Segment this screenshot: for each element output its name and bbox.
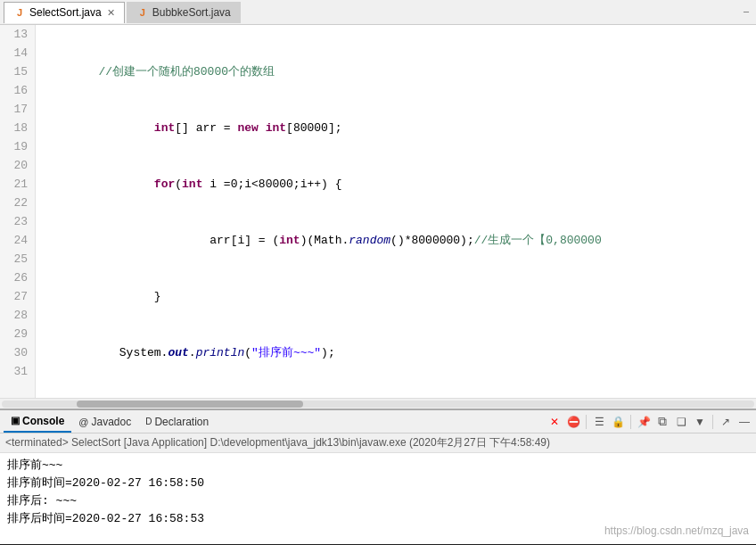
minimize-button[interactable]: —	[740, 5, 752, 19]
declaration-icon: D	[145, 417, 152, 426]
tab-select-sort[interactable]: J SelectSort.java ✕	[4, 2, 125, 23]
java-file-icon: J	[13, 6, 26, 19]
layout-button[interactable]: ❑	[673, 414, 689, 430]
console-tab-bar: ▣ Console @ Javadoc D Declaration ✕ ⛔ ☰ …	[0, 410, 756, 434]
code-line-13: //创建一个随机的80000个的数组	[43, 62, 756, 81]
horizontal-scrollbar[interactable]	[0, 398, 756, 409]
output-line-2: 排序前时间=2020-02-27 16:58:50	[7, 475, 749, 492]
line-numbers: 13 14 15 16 17 18 19 20 21 22 23 24 25 2…	[0, 25, 36, 398]
scroll-track[interactable]	[2, 400, 754, 408]
javadoc-icon: @	[78, 417, 88, 427]
watermark: https://blog.csdn.net/mzq_java	[604, 524, 749, 537]
scroll-lock-button[interactable]: 🔒	[610, 414, 626, 430]
copy-button[interactable]: ⧉	[654, 414, 670, 430]
view-menu-button[interactable]: ▼	[692, 414, 708, 430]
tab-label-2: BubbkeSort.java	[152, 6, 231, 19]
output-line-1: 排序前~~~	[7, 457, 749, 475]
code-content: 13 14 15 16 17 18 19 20 21 22 23 24 25 2…	[0, 25, 756, 398]
code-line-14: int[] arr = new int[80000];	[43, 119, 756, 137]
code-line-16: arr[i] = (int)(Math.random()*8000000);//…	[43, 231, 756, 250]
tab-bubbke-sort[interactable]: J BubbkeSort.java	[127, 2, 241, 23]
console-tab-javadoc[interactable]: @ Javadoc	[71, 411, 138, 433]
scroll-thumb[interactable]	[77, 400, 302, 408]
code-lines[interactable]: //创建一个随机的80000个的数组 int[] arr = new int[8…	[36, 25, 756, 398]
pin-button[interactable]: 📌	[636, 414, 652, 430]
console-icon: ▣	[11, 415, 20, 426]
remove-launch-button[interactable]: ⛔	[565, 414, 581, 430]
declaration-tab-label: Declaration	[154, 416, 209, 428]
tab-bar: J SelectSort.java ✕ J BubbkeSort.java —	[0, 0, 756, 25]
terminate-button[interactable]: ✕	[546, 414, 563, 430]
console-tab-console[interactable]: ▣ Console	[4, 411, 71, 433]
javadoc-tab-label: Javadoc	[92, 416, 132, 428]
java-file-icon-2: J	[136, 6, 149, 19]
output-line-3: 排序后: ~~~	[7, 492, 749, 510]
separator-3	[712, 415, 713, 429]
console-tab-declaration[interactable]: D Declaration	[138, 411, 216, 433]
separator-1	[586, 415, 587, 429]
minimize-panel-button[interactable]: —	[736, 414, 752, 430]
bottom-wrapper: ▣ Console @ Javadoc D Declaration ✕ ⛔ ☰ …	[0, 409, 756, 544]
tab-close-1[interactable]: ✕	[107, 7, 115, 19]
console-status: <terminated> SelectSort [Java Applicatio…	[0, 434, 756, 453]
code-line-15: for(int i =0;i<80000;i++) {	[43, 175, 756, 194]
editor-area: 13 14 15 16 17 18 19 20 21 22 23 24 25 2…	[0, 25, 756, 409]
expand-button[interactable]: ↗	[718, 414, 734, 430]
console-toolbar: ✕ ⛔ ☰ 🔒 📌 ⧉ ❑ ▼ ↗ —	[546, 414, 752, 430]
code-line-17: }	[43, 287, 756, 306]
console-status-text: <terminated> SelectSort [Java Applicatio…	[5, 436, 550, 449]
clear-console-button[interactable]: ☰	[591, 414, 607, 430]
code-line-18: System.out.println("排序前~~~");	[43, 343, 756, 362]
window-controls: —	[740, 5, 752, 19]
console-tab-label: Console	[22, 415, 64, 427]
tab-label-1: SelectSort.java	[29, 6, 102, 19]
separator-2	[630, 415, 631, 429]
